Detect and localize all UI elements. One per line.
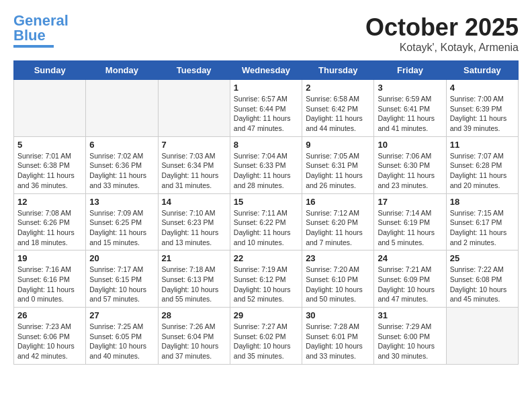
day-number: 7 bbox=[162, 140, 226, 150]
day-info: Sunrise: 6:57 AM Sunset: 6:44 PM Dayligh… bbox=[234, 94, 298, 134]
logo-bar bbox=[13, 45, 54, 48]
calendar-week-row: 1Sunrise: 6:57 AM Sunset: 6:44 PM Daylig… bbox=[14, 80, 519, 137]
calendar-cell: 12Sunrise: 7:08 AM Sunset: 6:26 PM Dayli… bbox=[14, 193, 86, 250]
calendar-table: SundayMondayTuesdayWednesdayThursdayFrid… bbox=[13, 60, 519, 365]
day-info: Sunrise: 7:09 AM Sunset: 6:25 PM Dayligh… bbox=[89, 208, 154, 248]
calendar-cell: 26Sunrise: 7:23 AM Sunset: 6:06 PM Dayli… bbox=[14, 308, 86, 365]
calendar-cell: 6Sunrise: 7:02 AM Sunset: 6:36 PM Daylig… bbox=[86, 136, 158, 193]
day-info: Sunrise: 7:03 AM Sunset: 6:34 PM Dayligh… bbox=[162, 151, 226, 191]
calendar-cell: 16Sunrise: 7:12 AM Sunset: 6:20 PM Dayli… bbox=[302, 193, 374, 250]
calendar-cell: 8Sunrise: 7:04 AM Sunset: 6:33 PM Daylig… bbox=[230, 136, 302, 193]
day-info: Sunrise: 7:01 AM Sunset: 6:38 PM Dayligh… bbox=[17, 151, 82, 191]
day-info: Sunrise: 7:07 AM Sunset: 6:28 PM Dayligh… bbox=[450, 151, 515, 191]
weekday-header-saturday: Saturday bbox=[446, 61, 518, 80]
weekday-header-monday: Monday bbox=[86, 61, 158, 80]
day-info: Sunrise: 7:02 AM Sunset: 6:36 PM Dayligh… bbox=[89, 151, 154, 191]
calendar-week-row: 26Sunrise: 7:23 AM Sunset: 6:06 PM Dayli… bbox=[14, 308, 519, 365]
day-info: Sunrise: 7:11 AM Sunset: 6:22 PM Dayligh… bbox=[234, 208, 298, 248]
day-number: 18 bbox=[450, 197, 515, 207]
calendar-cell bbox=[446, 308, 518, 365]
day-number: 13 bbox=[89, 197, 154, 207]
day-info: Sunrise: 7:21 AM Sunset: 6:09 PM Dayligh… bbox=[378, 265, 442, 304]
day-number: 6 bbox=[89, 140, 154, 150]
calendar-week-row: 5Sunrise: 7:01 AM Sunset: 6:38 PM Daylig… bbox=[14, 136, 519, 193]
calendar-cell: 20Sunrise: 7:17 AM Sunset: 6:15 PM Dayli… bbox=[86, 250, 158, 308]
calendar-cell: 7Sunrise: 7:03 AM Sunset: 6:34 PM Daylig… bbox=[158, 136, 230, 193]
calendar-cell: 9Sunrise: 7:05 AM Sunset: 6:31 PM Daylig… bbox=[302, 136, 374, 193]
day-info: Sunrise: 7:19 AM Sunset: 6:12 PM Dayligh… bbox=[234, 265, 298, 304]
day-info: Sunrise: 7:27 AM Sunset: 6:02 PM Dayligh… bbox=[234, 322, 298, 361]
day-number: 14 bbox=[162, 197, 226, 207]
day-info: Sunrise: 7:05 AM Sunset: 6:31 PM Dayligh… bbox=[306, 151, 370, 191]
calendar-cell: 3Sunrise: 6:59 AM Sunset: 6:41 PM Daylig… bbox=[374, 80, 446, 137]
day-number: 30 bbox=[306, 310, 370, 320]
day-info: Sunrise: 7:16 AM Sunset: 6:16 PM Dayligh… bbox=[17, 265, 82, 304]
day-number: 20 bbox=[89, 253, 154, 263]
day-number: 22 bbox=[234, 253, 298, 263]
day-number: 17 bbox=[378, 197, 442, 207]
weekday-header-sunday: Sunday bbox=[14, 61, 86, 80]
calendar-cell: 19Sunrise: 7:16 AM Sunset: 6:16 PM Dayli… bbox=[14, 250, 86, 308]
day-info: Sunrise: 7:00 AM Sunset: 6:39 PM Dayligh… bbox=[450, 94, 515, 134]
calendar-cell: 22Sunrise: 7:19 AM Sunset: 6:12 PM Dayli… bbox=[230, 250, 302, 308]
day-info: Sunrise: 7:20 AM Sunset: 6:10 PM Dayligh… bbox=[306, 265, 370, 304]
day-info: Sunrise: 7:29 AM Sunset: 6:00 PM Dayligh… bbox=[378, 322, 442, 361]
day-info: Sunrise: 7:10 AM Sunset: 6:23 PM Dayligh… bbox=[162, 208, 226, 248]
day-info: Sunrise: 7:17 AM Sunset: 6:15 PM Dayligh… bbox=[89, 265, 154, 304]
calendar-cell: 1Sunrise: 6:57 AM Sunset: 6:44 PM Daylig… bbox=[230, 80, 302, 137]
day-info: Sunrise: 7:25 AM Sunset: 6:05 PM Dayligh… bbox=[89, 322, 154, 361]
day-number: 15 bbox=[234, 197, 298, 207]
day-info: Sunrise: 7:12 AM Sunset: 6:20 PM Dayligh… bbox=[306, 208, 370, 248]
day-number: 10 bbox=[378, 140, 442, 150]
logo: General Blue bbox=[13, 13, 69, 48]
day-info: Sunrise: 6:59 AM Sunset: 6:41 PM Dayligh… bbox=[378, 94, 442, 134]
day-number: 19 bbox=[17, 253, 82, 263]
calendar-week-row: 19Sunrise: 7:16 AM Sunset: 6:16 PM Dayli… bbox=[14, 250, 519, 308]
day-number: 12 bbox=[17, 197, 82, 207]
day-number: 5 bbox=[17, 140, 82, 150]
weekday-header-tuesday: Tuesday bbox=[158, 61, 230, 80]
day-info: Sunrise: 7:22 AM Sunset: 6:08 PM Dayligh… bbox=[450, 265, 515, 304]
logo-blue: Blue bbox=[13, 28, 46, 43]
calendar-cell: 11Sunrise: 7:07 AM Sunset: 6:28 PM Dayli… bbox=[446, 136, 518, 193]
calendar-cell bbox=[158, 80, 230, 137]
day-number: 26 bbox=[17, 310, 82, 320]
day-info: Sunrise: 6:58 AM Sunset: 6:42 PM Dayligh… bbox=[306, 94, 370, 134]
day-number: 29 bbox=[234, 310, 298, 320]
calendar-cell: 14Sunrise: 7:10 AM Sunset: 6:23 PM Dayli… bbox=[158, 193, 230, 250]
day-number: 16 bbox=[306, 197, 370, 207]
day-number: 31 bbox=[378, 310, 442, 320]
day-info: Sunrise: 7:06 AM Sunset: 6:30 PM Dayligh… bbox=[378, 151, 442, 191]
calendar-cell: 28Sunrise: 7:26 AM Sunset: 6:04 PM Dayli… bbox=[158, 308, 230, 365]
day-info: Sunrise: 7:26 AM Sunset: 6:04 PM Dayligh… bbox=[162, 322, 226, 361]
calendar-cell: 29Sunrise: 7:27 AM Sunset: 6:02 PM Dayli… bbox=[230, 308, 302, 365]
calendar-cell: 23Sunrise: 7:20 AM Sunset: 6:10 PM Dayli… bbox=[302, 250, 374, 308]
day-number: 9 bbox=[306, 140, 370, 150]
calendar-cell: 30Sunrise: 7:28 AM Sunset: 6:01 PM Dayli… bbox=[302, 308, 374, 365]
day-info: Sunrise: 7:08 AM Sunset: 6:26 PM Dayligh… bbox=[17, 208, 82, 248]
day-number: 1 bbox=[234, 83, 298, 93]
day-info: Sunrise: 7:15 AM Sunset: 6:17 PM Dayligh… bbox=[450, 208, 515, 248]
day-number: 27 bbox=[89, 310, 154, 320]
day-number: 3 bbox=[378, 83, 442, 93]
location: Kotayk', Kotayk, Armenia bbox=[365, 42, 519, 54]
calendar-cell: 2Sunrise: 6:58 AM Sunset: 6:42 PM Daylig… bbox=[302, 80, 374, 137]
calendar-cell: 27Sunrise: 7:25 AM Sunset: 6:05 PM Dayli… bbox=[86, 308, 158, 365]
weekday-header-thursday: Thursday bbox=[302, 61, 374, 80]
calendar-cell: 5Sunrise: 7:01 AM Sunset: 6:38 PM Daylig… bbox=[14, 136, 86, 193]
day-number: 21 bbox=[162, 253, 226, 263]
day-number: 2 bbox=[306, 83, 370, 93]
calendar-cell: 24Sunrise: 7:21 AM Sunset: 6:09 PM Dayli… bbox=[374, 250, 446, 308]
calendar-cell: 31Sunrise: 7:29 AM Sunset: 6:00 PM Dayli… bbox=[374, 308, 446, 365]
day-number: 25 bbox=[450, 253, 515, 263]
day-info: Sunrise: 7:18 AM Sunset: 6:13 PM Dayligh… bbox=[162, 265, 226, 304]
calendar-cell: 25Sunrise: 7:22 AM Sunset: 6:08 PM Dayli… bbox=[446, 250, 518, 308]
calendar-cell: 18Sunrise: 7:15 AM Sunset: 6:17 PM Dayli… bbox=[446, 193, 518, 250]
weekday-header-wednesday: Wednesday bbox=[230, 61, 302, 80]
page-header: General Blue October 2025 Kotayk', Kotay… bbox=[13, 13, 519, 54]
calendar-cell: 10Sunrise: 7:06 AM Sunset: 6:30 PM Dayli… bbox=[374, 136, 446, 193]
calendar-cell: 15Sunrise: 7:11 AM Sunset: 6:22 PM Dayli… bbox=[230, 193, 302, 250]
day-number: 8 bbox=[234, 140, 298, 150]
day-number: 23 bbox=[306, 253, 370, 263]
calendar-cell: 13Sunrise: 7:09 AM Sunset: 6:25 PM Dayli… bbox=[86, 193, 158, 250]
